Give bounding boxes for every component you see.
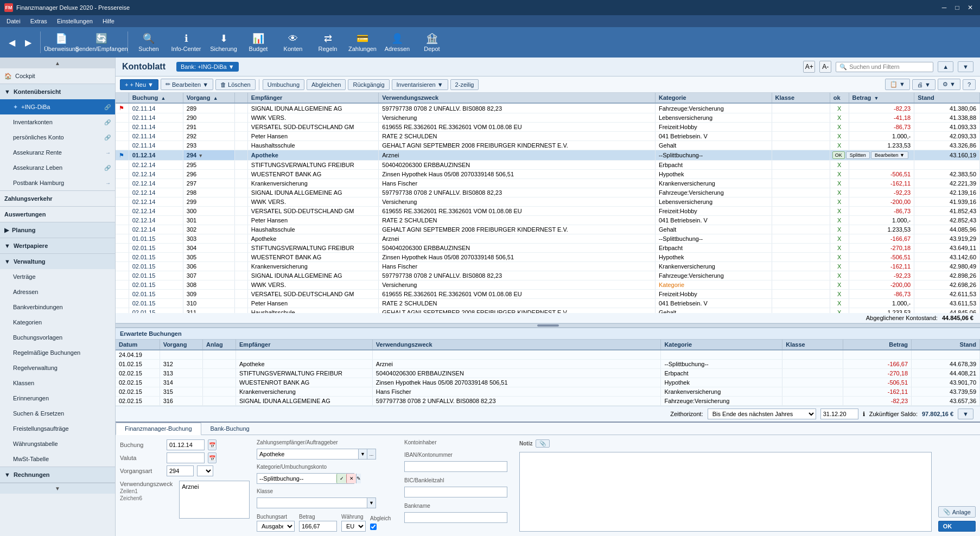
zahlungsempf-input[interactable]	[257, 449, 358, 459]
adressen-button[interactable]: 👤 Adressen	[381, 29, 413, 55]
sidebar-item-klassen[interactable]: Klassen	[0, 375, 115, 391]
table-splitter[interactable]	[116, 323, 980, 328]
font-increase-button[interactable]: A+	[803, 61, 815, 73]
inventarisieren-button[interactable]: Inventarisieren ▼	[392, 79, 448, 90]
sidebar-item-buchungsvorlagen[interactable]: Buchungsvorlagen	[0, 330, 115, 345]
edit-button[interactable]: ✏ Bearbeiten ▼	[161, 79, 213, 90]
table-row[interactable]: 01.01.15 303 Apotheke Arznei --Splittbuc…	[116, 234, 980, 244]
zahlungsempf-action-button[interactable]: ...	[367, 449, 376, 459]
export-button[interactable]: 📋 ▼	[885, 79, 910, 90]
erwartete-table-row[interactable]: 02.02.15 314 WUESTENROT BANK AG Zinsen H…	[116, 378, 980, 387]
sidebar-item-waehrungstabelle[interactable]: Währungstabelle	[0, 436, 115, 451]
menu-einstellungen[interactable]: Einstellungen	[53, 17, 97, 25]
sidebar-item-assekuranz-rente[interactable]: Assekuranz Rente →	[0, 145, 115, 160]
anlage-button[interactable]: 📎 Anlage	[938, 506, 976, 518]
valuta-calendar-button[interactable]: 📅	[208, 452, 217, 463]
kategorie-ok-button[interactable]: ✓	[336, 474, 346, 483]
close-button[interactable]: ✕	[965, 3, 976, 12]
iban-input[interactable]	[404, 461, 507, 472]
ok-form-button[interactable]: OK	[938, 521, 976, 532]
splitten-button[interactable]: Splitten	[846, 151, 870, 159]
bank-selector-dropdown[interactable]: Bank: +ING-DiBa ▼	[176, 62, 239, 72]
sidebar-item-postbank[interactable]: Postbank Hamburg →	[0, 175, 115, 190]
search-input[interactable]	[849, 63, 930, 70]
nav-forward-button[interactable]: ▶	[21, 29, 36, 55]
zahlungen-button[interactable]: 💳 Zahlungen	[346, 29, 379, 55]
verwendungszweck-textarea[interactable]: Arznei	[179, 481, 250, 519]
buchung-calendar-button[interactable]: 📅	[208, 439, 217, 450]
bic-input[interactable]	[404, 487, 507, 497]
klasse-dropdown-button[interactable]: ▼	[367, 498, 376, 508]
suchen-button[interactable]: 🔍 Suchen	[132, 29, 165, 55]
erwartete-table-row[interactable]: 01.02.15 312 Apotheke Arznei --Splittbuc…	[116, 360, 980, 369]
col-header-ok[interactable]: ok	[830, 93, 849, 103]
sidebar-collapse-button[interactable]: ▲	[0, 58, 115, 68]
font-decrease-button[interactable]: A-	[819, 61, 831, 73]
table-row[interactable]: 02.12.14 295 STIFTUNGSVERWALTUNG FREIBUR…	[116, 161, 980, 170]
col-header-stand[interactable]: Stand	[914, 93, 980, 103]
table-row[interactable]: 02.11.14 292 Peter Hansen RATE 2 SCHULDE…	[116, 132, 980, 141]
maximize-button[interactable]: □	[952, 3, 963, 12]
ok-inline-button[interactable]: OK	[832, 151, 845, 159]
table-row[interactable]: 02.01.15 309 VERSATEL SÜD-DEUTSCHLAND GM…	[116, 290, 980, 299]
sidebar-item-regelmaessige[interactable]: Regelmäßige Buchungen	[0, 345, 115, 360]
tab-bank-buchung[interactable]: Bank-Buchung	[201, 423, 259, 435]
konten-button[interactable]: 👁 Konten	[277, 29, 309, 55]
col-header-betrag[interactable]: Betrag ▼	[849, 93, 914, 103]
col-header-vorgang[interactable]: Vorgang ▲	[183, 93, 234, 103]
sidebar-item-suchen-ersetzen[interactable]: Suchen & Ersetzen	[0, 406, 115, 421]
bearbeiten-inline-button[interactable]: Bearbeiten ▼	[871, 151, 908, 159]
table-row[interactable]: 02.12.14 300 VERSATEL SÜD-DEUTSCHLAND GM…	[116, 207, 980, 216]
kategorie-edit-button[interactable]: ✎	[356, 474, 361, 483]
rueckgaengig-button[interactable]: Rückgängig	[348, 79, 389, 90]
buchung-input[interactable]	[167, 439, 205, 450]
delete-button[interactable]: 🗑 Löschen	[215, 79, 256, 90]
table-row[interactable]: 02.11.14 290 WWK VERS. Versicherung Lebe…	[116, 113, 980, 123]
minimize-button[interactable]: ─	[939, 3, 950, 12]
new-button[interactable]: + + Neu ▼	[120, 79, 158, 90]
table-row[interactable]: 02.01.15 310 Peter Hansen RATE 2 SCHULDE…	[116, 299, 980, 308]
table-row[interactable]: 02.12.14 297 Krankenversicherung Hans Fi…	[116, 179, 980, 188]
help-button[interactable]: ?	[963, 79, 976, 90]
abgleich-checkbox[interactable]	[370, 524, 377, 530]
sidebar-item-verwaltung[interactable]: ▼ Verwaltung	[0, 254, 115, 269]
sidebar-item-bankverbindungen[interactable]: Bankverbindungen	[0, 299, 115, 315]
kategorie-input[interactable]	[257, 474, 336, 483]
nav-back-button[interactable]: ◀	[4, 29, 20, 55]
table-row[interactable]: 02.12.14 299 WWK VERS. Versicherung Lebe…	[116, 197, 980, 207]
erwartete-table-row[interactable]: 02.02.15 316 SIGNAL IDUNA ALLGEMEINE AG …	[116, 397, 980, 406]
table-row[interactable]: 02.01.15 304 STIFTUNGSVERWALTUNG FREIBUR…	[116, 244, 980, 253]
sicherung-button[interactable]: ⬇ Sicherung	[207, 29, 240, 55]
sidebar-item-rechnungen[interactable]: ▼ Rechnungen	[0, 467, 115, 482]
col-header-klasse[interactable]: Klasse	[772, 93, 830, 103]
sidebar-item-regelverwaltung[interactable]: Regelverwaltung	[0, 360, 115, 375]
depot-button[interactable]: 🏦 Depot	[416, 29, 448, 55]
sidebar-item-inventarkonten[interactable]: Inventarkonten 🔗	[0, 114, 115, 130]
col-header-buchung[interactable]: Buchung ▲	[129, 93, 183, 103]
settings-button[interactable]: ⚙ ▼	[938, 79, 960, 90]
erwartete-table-row[interactable]: 24.04.19	[116, 350, 980, 360]
sidebar-item-kontenuebersicht[interactable]: ▼ Kontenübersicht	[0, 84, 115, 99]
valuta-input[interactable]	[167, 452, 205, 463]
sort-up-button[interactable]: ▲	[938, 61, 953, 72]
abgleichen-button[interactable]: Abgleichen	[307, 79, 346, 90]
sidebar-item-freistellungsauftraege[interactable]: Freistellungsaufträge	[0, 421, 115, 436]
sidebar-item-auswertungen[interactable]: Auswertungen	[0, 207, 115, 222]
zeithorizont-expand-button[interactable]: ▼	[958, 409, 973, 419]
infocenter-button[interactable]: ℹ Info-Center	[167, 29, 205, 55]
col-header-kategorie[interactable]: Kategorie	[655, 93, 772, 103]
sidebar-item-kategorien[interactable]: Kategorien	[0, 315, 115, 330]
buchungsart-select[interactable]: Ausgabe	[257, 521, 295, 532]
bankname-input[interactable]	[404, 512, 507, 523]
sidebar-item-erinnerungen[interactable]: Erinnerungen	[0, 391, 115, 406]
umbuchung-button[interactable]: Umbuchung	[263, 79, 304, 90]
sidebar-item-mwst-tabelle[interactable]: MwSt-Tabelle	[0, 451, 115, 467]
sidebar-item-planung[interactable]: ▶ Planung	[0, 222, 115, 238]
table-row[interactable]: 02.12.14 298 SIGNAL IDUNA ALLGEMEINE AG …	[116, 188, 980, 197]
sidebar-item-adressen[interactable]: Adressen	[0, 284, 115, 299]
table-row[interactable]: 02.01.15 308 WWK VERS. Versicherung Kate…	[116, 280, 980, 290]
zeithorizont-select[interactable]: Bis Ende des nächsten Jahres	[708, 409, 816, 419]
senden-button[interactable]: 🔄 Senden/Empfangen	[80, 29, 123, 55]
table-row[interactable]: 02.01.15 307 SIGNAL IDUNA ALLGEMEINE AG …	[116, 271, 980, 280]
menu-datei[interactable]: Datei	[2, 17, 25, 25]
